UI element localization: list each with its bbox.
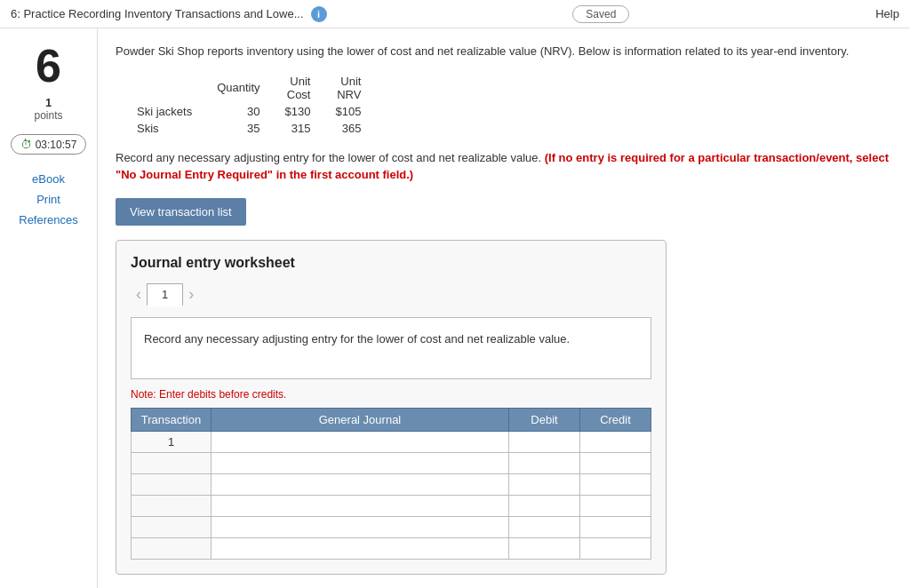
debit-input[interactable] [509, 517, 579, 537]
th-debit: Debit [509, 408, 580, 431]
worksheet-title: Journal entry worksheet [131, 255, 651, 271]
general-journal-cell[interactable] [212, 516, 509, 537]
transaction-cell [132, 537, 212, 559]
worksheet-container: Journal entry worksheet ‹ 1 › Record any… [116, 240, 667, 575]
top-bar-left: 6: Practice Recording Inventory Transact… [11, 6, 327, 22]
note-text: Note: Enter debits before credits. [131, 388, 651, 401]
th-credit: Credit [580, 408, 651, 431]
saved-badge: Saved [572, 5, 629, 23]
question-text: Powder Ski Shop reports inventory using … [116, 43, 892, 60]
general-journal-cell[interactable] [212, 452, 509, 473]
table-row [132, 516, 651, 537]
general-journal-cell[interactable] [212, 473, 509, 495]
inventory-cell-unit_nrv: 365 [323, 120, 373, 137]
prev-tab-arrow[interactable]: ‹ [131, 285, 147, 304]
ebook-link[interactable]: eBook [32, 172, 65, 186]
col-header-inventory [124, 73, 204, 103]
debit-cell[interactable] [509, 495, 580, 516]
table-row [132, 473, 651, 495]
general-journal-cell[interactable] [212, 495, 509, 516]
general-journal-cell[interactable] [212, 537, 509, 559]
transaction-cell [132, 516, 212, 537]
table-row [132, 537, 651, 559]
timer-box: ⏱ 03:10:57 [11, 134, 87, 155]
instruction-normal: Record any necessary adjusting entry for… [116, 151, 541, 164]
debit-input[interactable] [509, 432, 579, 452]
col-header-unit-nrv: UnitNRV [323, 73, 373, 103]
tab-nav: ‹ 1 › [131, 283, 651, 306]
info-icon[interactable]: i [311, 6, 327, 22]
print-link[interactable]: Print [36, 193, 60, 206]
general-journal-input[interactable] [212, 432, 508, 452]
top-bar: 6: Practice Recording Inventory Transact… [0, 0, 910, 28]
references-link[interactable]: References [19, 213, 77, 226]
inventory-cell-unit_cost: $130 [273, 103, 323, 120]
points-label: points [34, 109, 62, 122]
page-title: 6: Practice Recording Inventory Transact… [11, 7, 304, 20]
debit-input[interactable] [509, 538, 579, 559]
credit-input[interactable] [580, 517, 651, 537]
credit-cell[interactable] [580, 537, 651, 559]
credit-input[interactable] [580, 474, 651, 495]
inventory-cell-unit_nrv: $105 [323, 103, 373, 120]
content-area: Powder Ski Shop reports inventory using … [98, 28, 910, 588]
transaction-cell: 1 [132, 431, 212, 452]
instruction-text: Record any necessary adjusting entry for… [116, 149, 892, 184]
credit-input[interactable] [580, 453, 651, 473]
debit-cell[interactable] [509, 473, 580, 495]
debit-input[interactable] [509, 453, 579, 473]
debit-input[interactable] [509, 474, 579, 495]
debit-cell[interactable] [509, 431, 580, 452]
tab-content-text: Record any necessary adjusting entry for… [144, 332, 570, 346]
question-number: 6 [36, 43, 61, 89]
general-journal-cell[interactable] [212, 431, 509, 452]
tab-1[interactable]: 1 [147, 283, 183, 306]
timer-icon: ⏱ [20, 138, 32, 151]
debit-cell[interactable] [509, 452, 580, 473]
table-row: 1 [132, 431, 651, 452]
inventory-cell-inventory: Skis [124, 120, 204, 137]
debit-input[interactable] [509, 496, 579, 516]
table-row [132, 452, 651, 473]
points-value: 1 [45, 96, 52, 109]
inventory-cell-inventory: Ski jackets [124, 103, 204, 120]
table-row [132, 495, 651, 516]
credit-cell[interactable] [580, 431, 651, 452]
help-button[interactable]: Help [875, 7, 899, 20]
transaction-cell [132, 495, 212, 516]
inventory-cell-unit_cost: 315 [273, 120, 323, 137]
inventory-table: Quantity UnitCost UnitNRV Ski jackets30$… [124, 73, 373, 137]
tab-content-box: Record any necessary adjusting entry for… [131, 317, 651, 379]
general-journal-input[interactable] [212, 453, 508, 473]
view-transaction-button[interactable]: View transaction list [116, 198, 246, 226]
transaction-cell [132, 452, 212, 473]
main-layout: 6 1 points ⏱ 03:10:57 eBook Print Refere… [0, 28, 910, 588]
general-journal-input[interactable] [212, 538, 508, 559]
credit-input[interactable] [580, 496, 651, 516]
th-general-journal: General Journal [212, 408, 509, 431]
general-journal-input[interactable] [212, 496, 508, 516]
sidebar-nav: eBook Print References [0, 172, 97, 226]
credit-input[interactable] [580, 432, 651, 452]
next-tab-arrow[interactable]: › [183, 285, 199, 304]
credit-input[interactable] [580, 538, 651, 559]
general-journal-input[interactable] [212, 474, 508, 495]
credit-cell[interactable] [580, 516, 651, 537]
credit-cell[interactable] [580, 452, 651, 473]
general-journal-input[interactable] [212, 517, 508, 537]
journal-table: Transaction General Journal Debit Credit… [131, 408, 651, 560]
inventory-cell-quantity: 30 [204, 103, 272, 120]
debit-cell[interactable] [509, 516, 580, 537]
credit-cell[interactable] [580, 495, 651, 516]
sidebar: 6 1 points ⏱ 03:10:57 eBook Print Refere… [0, 28, 98, 588]
col-header-unit-cost: UnitCost [273, 73, 323, 103]
col-header-quantity: Quantity [204, 73, 272, 103]
transaction-cell [132, 473, 212, 495]
debit-cell[interactable] [509, 537, 580, 559]
th-transaction: Transaction [132, 408, 212, 431]
timer-value: 03:10:57 [36, 139, 77, 151]
credit-cell[interactable] [580, 473, 651, 495]
inventory-cell-quantity: 35 [204, 120, 272, 137]
